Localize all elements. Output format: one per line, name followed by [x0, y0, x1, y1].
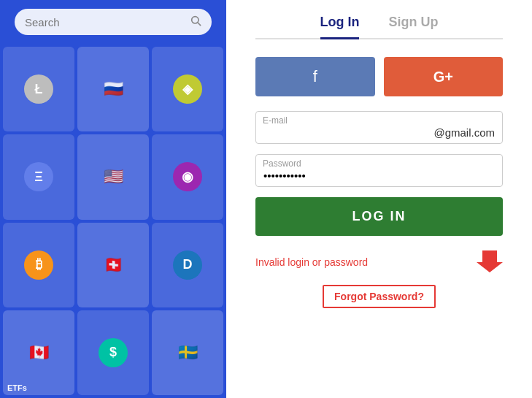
- btc-icon: ₿: [24, 250, 53, 280]
- eth-icon: Ξ: [24, 162, 53, 191]
- litecoin-icon: Ł: [24, 74, 53, 104]
- forgot-password-button[interactable]: Forgot Password?: [323, 285, 436, 308]
- svg-line-1: [198, 23, 201, 26]
- password-label: Password: [263, 158, 301, 169]
- tile-dash: D: [152, 223, 223, 307]
- social-buttons: f G+: [255, 57, 503, 96]
- coin2-icon: ◉: [173, 162, 202, 191]
- tile-se-flag: 🇸🇪: [152, 310, 223, 395]
- coin1-icon: ◈: [173, 74, 202, 104]
- tile-eth: Ξ: [3, 134, 74, 219]
- tile-coin2: ◉: [152, 134, 223, 219]
- search-input[interactable]: [25, 16, 190, 28]
- etfs-label: ETFs: [7, 383, 27, 392]
- tile-btc: ₿: [3, 223, 74, 307]
- error-row: Invalid login or password: [255, 246, 503, 278]
- facebook-login-button[interactable]: f: [255, 57, 375, 96]
- tabs: Log In Sign Up: [255, 15, 503, 39]
- right-panel: Log In Sign Up f G+ E-mail @gmail.com Pa…: [226, 0, 532, 398]
- arrow-down-icon: [477, 246, 503, 278]
- tab-login[interactable]: Log In: [320, 15, 360, 39]
- left-panel: Ł 🇷🇺 ◈ Ξ 🇺🇸 ◉ ₿ 🇨🇭 D 🇨🇦 ETFs $ 🇸🇪: [0, 0, 226, 398]
- tile-flag1: 🇷🇺: [77, 47, 149, 131]
- tab-signup[interactable]: Sign Up: [388, 15, 438, 39]
- tile-ch-flag: 🇨🇭: [77, 223, 149, 307]
- email-input[interactable]: [263, 126, 433, 139]
- email-suffix: @gmail.com: [433, 126, 495, 139]
- tile-ca-flag: 🇨🇦 ETFs: [3, 310, 74, 395]
- svg-marker-2: [477, 250, 503, 272]
- tile-us-flag: 🇺🇸: [77, 134, 149, 219]
- search-bar[interactable]: [15, 9, 212, 35]
- tile-coin1: ◈: [152, 47, 223, 131]
- tile-scoin: $: [77, 310, 149, 395]
- email-label: E-mail: [263, 115, 288, 126]
- error-message: Invalid login or password: [255, 256, 368, 268]
- google-login-button[interactable]: G+: [384, 57, 504, 96]
- password-input[interactable]: [263, 169, 495, 182]
- password-form-group: Password: [255, 154, 503, 187]
- scoin-icon: $: [99, 338, 128, 367]
- email-input-wrap: @gmail.com: [255, 111, 503, 144]
- tiles-grid: Ł 🇷🇺 ◈ Ξ 🇺🇸 ◉ ₿ 🇨🇭 D 🇨🇦 ETFs $ 🇸🇪: [0, 44, 226, 398]
- email-form-group: E-mail @gmail.com: [255, 111, 503, 144]
- search-icon: [190, 15, 201, 29]
- tile-litecoin: Ł: [3, 47, 74, 131]
- dash-icon: D: [173, 250, 202, 280]
- login-button[interactable]: LOG IN: [255, 197, 503, 236]
